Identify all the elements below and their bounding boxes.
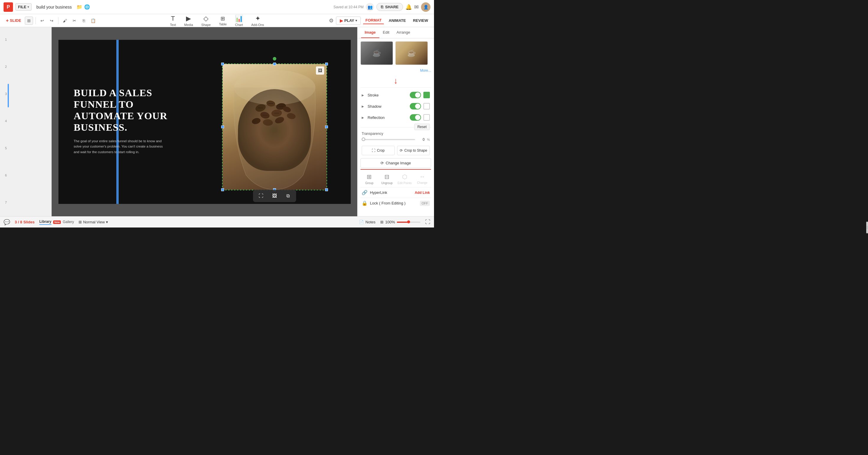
library-tab[interactable]: Library xyxy=(39,220,51,225)
slide-item-5[interactable] xyxy=(8,138,9,162)
view-selector[interactable]: ⊞ Normal View ▾ xyxy=(79,220,108,224)
text-tool[interactable]: T Text xyxy=(170,15,176,27)
document-title[interactable]: build your business xyxy=(36,5,72,9)
handle-ml[interactable] xyxy=(221,125,224,128)
handle-tr[interactable] xyxy=(325,63,328,66)
slider-thumb[interactable] xyxy=(362,137,365,141)
media-tool[interactable]: ▶ Media xyxy=(184,15,193,27)
collaborators-icon[interactable]: 👥 xyxy=(366,3,374,11)
edit-points-button[interactable]: ⬡ Edit Points xyxy=(397,173,412,185)
review-tab[interactable]: REVIEW xyxy=(411,17,430,24)
share-button[interactable]: ⎘ SHARE xyxy=(376,3,403,11)
slide-item-6[interactable] xyxy=(8,165,9,189)
slide-item-7[interactable] xyxy=(8,192,9,216)
animate-tab[interactable]: ANIMATE xyxy=(386,17,408,24)
tab-image[interactable]: Image xyxy=(361,27,379,38)
crop-button[interactable]: ⛶ Crop xyxy=(362,146,395,155)
shadow-toggle[interactable] xyxy=(410,103,421,109)
table-tool[interactable]: ⊞ Table xyxy=(219,15,227,26)
crop-shape-label: Crop to Shape xyxy=(404,149,427,153)
addons-label: Add-Ons xyxy=(251,23,264,27)
slide-item-4[interactable]: GET CUSTOMERSTALKING TO YOURBUSINESS xyxy=(8,111,9,135)
layout-button[interactable]: ⊞ xyxy=(25,17,33,25)
image-replace-icon[interactable]: 🖼 xyxy=(316,66,324,75)
format-tab[interactable]: FORMAT xyxy=(363,17,384,24)
gallery-tab[interactable]: Gallery xyxy=(63,220,74,225)
red-arrow-container: ↓ xyxy=(361,76,431,86)
handle-tl[interactable] xyxy=(221,63,224,66)
stroke-toggle[interactable] xyxy=(410,92,421,98)
slide-item-3[interactable]: BUILD A SALESFUNNEL TO AUTOMATEYOUR BUSI… xyxy=(8,84,9,107)
redo-button[interactable]: ↪ xyxy=(48,17,56,25)
reflection-chevron: ▶ xyxy=(362,116,364,119)
crop-tool-btn[interactable]: ⛶ xyxy=(256,192,266,200)
scissors-button[interactable]: ✂ xyxy=(70,17,79,25)
transparency-slider[interactable] xyxy=(362,139,415,140)
fullscreen-icon[interactable]: ⛶ xyxy=(425,219,430,225)
chart-tool[interactable]: 📊 Chart xyxy=(235,15,243,27)
shape-tool[interactable]: ◇ Shape xyxy=(202,15,211,27)
undo-button[interactable]: ↩ xyxy=(38,17,46,25)
more-link[interactable]: More... xyxy=(420,68,431,73)
slide-item-1[interactable]: BUILD YOUR BUSINESS xyxy=(8,30,9,53)
paint-format-button[interactable]: 🖌 xyxy=(61,17,69,25)
image-thumbs: ☕ ☕ xyxy=(361,41,431,65)
handle-br[interactable] xyxy=(325,188,328,191)
handle-tm[interactable] xyxy=(273,63,276,66)
play-button[interactable]: ▶ PLAY ▾ xyxy=(336,17,361,25)
app-logo[interactable]: P xyxy=(4,2,13,12)
stroke-row[interactable]: ▶ Stroke xyxy=(361,89,431,101)
image-thumb-2[interactable]: ☕ xyxy=(395,41,428,65)
notifications-icon[interactable]: 🔔 xyxy=(405,4,412,10)
transparency-slider-row: 0 % xyxy=(362,137,430,142)
reflection-color-swatch[interactable] xyxy=(423,114,430,121)
right-panel: Image Edit Arrange ☕ ☕ More... ↓ xyxy=(357,27,434,216)
rotate-handle[interactable] xyxy=(273,57,276,61)
shadow-row[interactable]: ▶ Shadow xyxy=(361,101,431,112)
settings-icon[interactable]: ⚙ xyxy=(329,18,334,24)
handle-mr[interactable] xyxy=(325,125,328,128)
paste-button[interactable]: 📋 xyxy=(89,17,97,25)
reset-button[interactable]: Reset xyxy=(414,124,430,130)
change-button[interactable]: ↔ Change xyxy=(414,173,430,185)
notes-button[interactable]: 📄 Notes xyxy=(359,220,376,224)
file-button[interactable]: FILE ▾ xyxy=(16,3,32,11)
shadow-label: Shadow xyxy=(368,104,407,108)
slide-item-2[interactable] xyxy=(8,57,9,80)
play-dropdown-icon: ▾ xyxy=(355,19,357,22)
canvas-area[interactable]: BUILD A SALES FUNNEL TO AUTOMATE YOUR BU… xyxy=(52,27,357,216)
tab-arrange[interactable]: Arrange xyxy=(393,27,414,38)
user-avatar[interactable]: 👤 xyxy=(421,2,430,12)
replace-image-btn[interactable]: 🖼 xyxy=(270,192,279,200)
handle-bl[interactable] xyxy=(221,188,224,191)
addons-tool[interactable]: ✦ Add-Ons xyxy=(251,15,264,27)
slide-row-5: 5 xyxy=(2,138,49,162)
image-thumb-1[interactable]: ☕ xyxy=(361,41,393,65)
slide-num-6: 6 xyxy=(2,165,8,177)
zoom-slider[interactable] xyxy=(397,222,421,223)
group-button[interactable]: ⊞ Group xyxy=(362,173,377,185)
chat-icon[interactable]: 💬 xyxy=(4,219,10,225)
lock-toggle[interactable]: OFF xyxy=(420,201,430,206)
duplicate-image-btn[interactable]: ⧉ xyxy=(284,192,292,200)
add-slide-button[interactable]: + SLIDE xyxy=(4,17,24,25)
toolbar-row: + SLIDE ⊞ ↩ ↪ 🖌 ✂ ⎘ 📋 T Text ▶ Media ◇ S… xyxy=(0,14,434,27)
globe-icon[interactable]: 🌐 xyxy=(84,4,90,10)
shadow-color-swatch[interactable] xyxy=(423,103,430,109)
stroke-color-swatch[interactable] xyxy=(423,92,430,98)
change-image-button[interactable]: ⟳ Change Image xyxy=(361,158,431,168)
selected-image[interactable]: 🖼 ⛶ 🖼 ⧉ xyxy=(222,63,327,190)
copy-button[interactable]: ⎘ xyxy=(80,17,88,25)
crop-to-shape-button[interactable]: ⟳ Crop to Shape xyxy=(397,146,430,155)
chart-icon: 📊 xyxy=(235,15,243,23)
folder-icon[interactable]: 📁 xyxy=(76,4,82,10)
tab-edit[interactable]: Edit xyxy=(379,27,393,38)
slide-row-3: 3 BUILD A SALESFUNNEL TO AUTOMATEYOUR BU… xyxy=(2,84,49,107)
zoom-thumb[interactable] xyxy=(407,220,410,223)
mail-icon[interactable]: ✉ xyxy=(414,4,418,10)
text-block[interactable]: BUILD A SALES FUNNEL TO AUTOMATE YOUR BU… xyxy=(74,87,186,155)
reflection-row[interactable]: ▶ Reflection xyxy=(361,112,431,123)
reflection-toggle[interactable] xyxy=(410,114,421,121)
add-link-button[interactable]: Add Link xyxy=(415,191,430,195)
ungroup-button[interactable]: ⊟ Ungroup xyxy=(379,173,395,185)
